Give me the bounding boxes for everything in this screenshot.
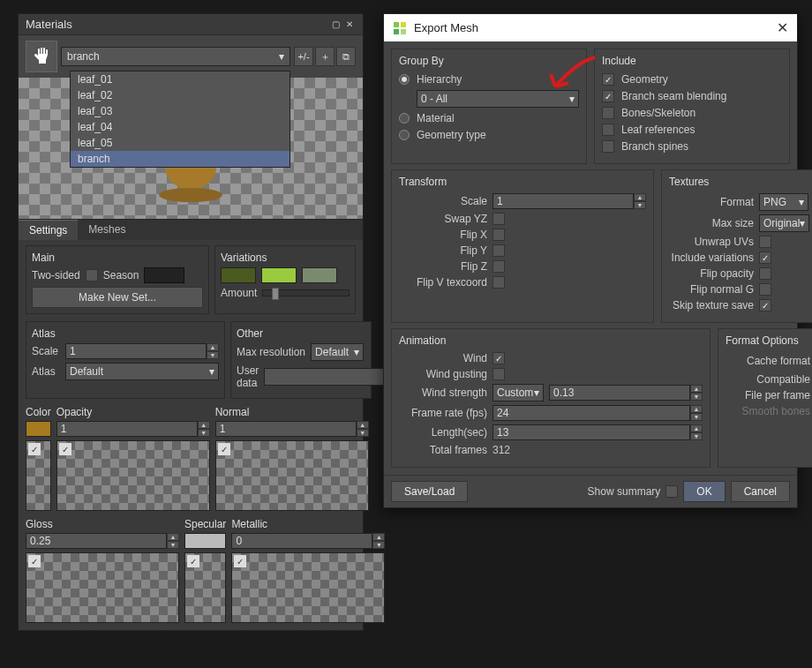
unwrap-uvs-checkbox[interactable] [759,236,771,248]
radio-material[interactable] [399,113,410,124]
flip-normal-g-checkbox[interactable] [759,283,771,296]
wind-checkbox[interactable] [492,352,505,364]
map-toggle-checkbox[interactable]: ✓ [234,555,246,567]
frame-rate-input[interactable]: ▲▼ [492,405,703,421]
max-res-dropdown[interactable]: Default▾ [311,343,364,361]
add-remove-button[interactable]: +/- [294,47,313,66]
normal-map-preview[interactable]: ✓ [215,440,369,511]
material-label: Material [417,112,455,124]
close-icon[interactable]: ✕ [777,19,788,36]
color-map-swatch[interactable] [26,421,51,437]
map-toggle-checkbox[interactable]: ✓ [59,443,71,455]
texture-format-dropdown[interactable]: PNG▾ [759,193,808,211]
scale-label: Scale [399,195,487,207]
cancel-button[interactable]: Cancel [731,481,790,502]
make-new-set-button[interactable]: Make New Set... [32,287,203,308]
include-variations-checkbox[interactable] [759,251,771,264]
geometry-type-label: Geometry type [417,129,486,141]
gloss-input[interactable]: ▲▼ [26,533,179,549]
chevron-down-icon: ▾ [534,387,539,399]
color-map-title: Color [26,406,51,418]
map-toggle-checkbox[interactable]: ✓ [28,555,41,567]
scale-input[interactable]: ▲▼ [492,193,646,209]
metallic-map-preview[interactable]: ✓ [231,552,385,623]
wind-strength-input[interactable]: ▲▼ [549,385,703,401]
group-by-title: Group By [399,55,579,67]
save-load-button[interactable]: Save/Load [391,481,468,502]
two-sided-label: Two-sided [32,269,80,281]
dropdown-item[interactable]: leaf_03 [71,103,289,119]
hand-tool-icon[interactable] [26,41,57,72]
dropdown-item[interactable]: leaf_01 [71,71,289,87]
season-color[interactable] [144,267,184,283]
material-dropdown[interactable]: branch ▾ [61,47,290,66]
dropdown-item[interactable]: leaf_04 [71,119,289,135]
wind-strength-mode-dropdown[interactable]: Custom▾ [492,384,544,402]
spin-down-icon[interactable]: ▼ [207,351,219,359]
dropdown-item[interactable]: leaf_05 [71,135,289,151]
radio-geometry-type[interactable] [399,130,410,140]
normal-input[interactable]: ▲▼ [215,421,369,437]
dropdown-item-selected[interactable]: branch [71,151,289,167]
map-toggle-checkbox[interactable]: ✓ [28,443,41,455]
branch-spines-checkbox[interactable] [602,140,614,153]
color-map-preview[interactable]: ✓ [26,440,51,511]
dialog-titlebar[interactable]: Export Mesh ✕ [384,14,797,41]
tab-settings[interactable]: Settings [19,220,78,240]
map-toggle-checkbox[interactable]: ✓ [187,555,199,567]
max-size-dropdown[interactable]: Original▾ [759,214,809,232]
atlas-scale-label: Scale [32,345,60,357]
hierarchy-dropdown[interactable]: 0 - All▾ [417,90,579,108]
copy-button[interactable]: ⧉ [336,47,356,66]
variation-swatch-3[interactable] [302,267,337,283]
flip-opacity-checkbox[interactable] [759,267,771,280]
chevron-down-icon: ▾ [569,93,575,105]
skip-texture-save-checkbox[interactable] [759,299,771,311]
atlas-scale-input[interactable]: ▲▼ [65,343,219,359]
animation-title: Animation [399,334,703,347]
bones-checkbox[interactable] [602,107,614,119]
variation-swatch-1[interactable] [221,267,256,283]
ok-button[interactable]: OK [683,481,725,502]
wind-gusting-checkbox[interactable] [492,368,505,380]
opacity-map-preview[interactable]: ✓ [56,440,210,511]
include-title: Include [602,55,782,67]
opacity-map-title: Opacity [56,406,210,418]
detach-icon[interactable]: ▢ [329,19,342,31]
flip-x-checkbox[interactable] [492,229,505,241]
specular-map-swatch[interactable] [184,533,226,549]
flip-z-checkbox[interactable] [492,260,505,273]
spin-up-icon[interactable]: ▲ [207,343,219,351]
close-icon[interactable]: ✕ [343,19,356,31]
swap-yz-checkbox[interactable] [492,213,505,225]
other-title: Other [237,327,365,340]
user-data-label: User data [237,364,259,389]
dropdown-item[interactable]: leaf_02 [71,87,289,103]
variation-swatch-2[interactable] [261,267,297,283]
svg-point-2 [159,188,222,202]
two-sided-checkbox[interactable] [86,269,98,281]
metallic-map-title: Metallic [231,518,385,530]
tab-meshes[interactable]: Meshes [78,220,136,240]
amount-slider[interactable] [262,289,350,296]
svg-rect-6 [394,29,399,34]
leaf-ref-checkbox[interactable] [602,124,614,136]
specular-map-preview[interactable]: ✓ [184,552,226,623]
metallic-input[interactable]: ▲▼ [231,533,385,549]
branch-seam-checkbox[interactable] [602,90,614,102]
map-toggle-checkbox[interactable]: ✓ [218,443,230,455]
atlas-dropdown[interactable]: Default▾ [65,363,219,380]
flip-v-checkbox[interactable] [492,276,505,289]
show-summary-checkbox[interactable] [665,485,678,498]
add-button[interactable]: ＋ [315,47,335,66]
gloss-map-preview[interactable]: ✓ [26,552,179,623]
opacity-input[interactable]: ▲▼ [56,421,210,437]
atlas-title: Atlas [32,327,219,340]
length-input[interactable]: ▲▼ [492,424,703,440]
atlas-scale-field[interactable] [65,343,207,359]
flip-y-checkbox[interactable] [492,244,505,257]
radio-hierarchy[interactable] [399,74,410,85]
geometry-checkbox[interactable] [602,73,614,86]
variations-title: Variations [221,251,350,264]
total-frames-value: 312 [492,444,510,456]
